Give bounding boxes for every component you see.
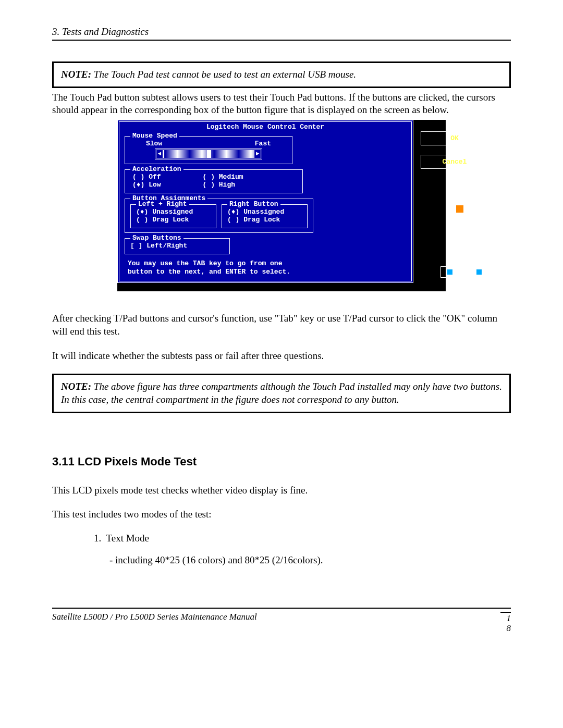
right-unassigned-radio[interactable]: (♦) Unassigned	[227, 208, 302, 216]
paragraph-3: It will indicate whether the subtests pa…	[52, 350, 511, 363]
left-right-label: Left + Right	[136, 200, 189, 208]
note-box-2: NOTE: The above figure has three compart…	[52, 374, 511, 413]
accel-medium-radio[interactable]: ( ) Medium	[203, 173, 243, 181]
right-button-indicator	[470, 266, 488, 278]
note-prefix-2: NOTE:	[61, 381, 91, 392]
mouse-speed-group: Mouse Speed Slow Fast ◄ ►	[125, 136, 292, 164]
ok-button[interactable]: OK	[421, 131, 488, 145]
note-prefix: NOTE:	[61, 69, 91, 80]
paragraph-4: This LCD pixels mode test checks whether…	[52, 484, 511, 497]
page-number: 1 8	[500, 612, 511, 633]
left-right-group: Left + Right (♦) Unassigned ( ) Drag Loc…	[130, 204, 216, 228]
note-text: The Touch Pad test cannot be used to tes…	[91, 69, 356, 80]
swap-buttons-label: Swap Buttons	[130, 234, 183, 242]
accel-low-radio[interactable]: (♦) Low	[132, 181, 161, 189]
page-number-b: 8	[500, 624, 511, 634]
footer-title: Satellite L500D / Pro L500D Series Maint…	[52, 612, 257, 622]
header-chapter: 3. Tests and Diagnostics	[52, 26, 511, 41]
acceleration-group: Acceleration ( ) Off ( ) Medium (♦) Low …	[125, 169, 303, 193]
note-box-1: NOTE: The Touch Pad test cannot be used …	[52, 61, 511, 88]
list-item-1: 1. Text Mode	[94, 533, 511, 544]
hint-line-2: button to the next, and ENTER to select.	[128, 268, 406, 276]
slider-right-arrow-icon[interactable]: ►	[253, 150, 261, 158]
right-button-label: Right Button	[227, 200, 280, 208]
speed-slider[interactable]: ◄ ►	[155, 149, 262, 159]
slider-thumb[interactable]	[207, 150, 211, 158]
page-footer: Satellite L500D / Pro L500D Series Maint…	[52, 608, 511, 633]
section-heading: 3.11 LCD Pixels Mode Test	[52, 455, 511, 468]
button-assignments-group: Button Assignments Left + Right (♦) Unas…	[125, 199, 313, 233]
swap-leftright-checkbox[interactable]: [ ] Left/Right	[130, 242, 224, 250]
slider-left-arrow-icon[interactable]: ◄	[156, 150, 164, 158]
button-indicator-boxes	[440, 266, 488, 278]
hint-text: You may use the TAB key to go from one b…	[125, 260, 406, 276]
speed-slow-label: Slow	[146, 140, 162, 147]
speed-fast-label: Fast	[255, 140, 271, 147]
paragraph-5: This test includes two modes of the test…	[52, 508, 511, 521]
console-screenshot: Logitech Mouse Control Center OK Cancel …	[117, 120, 446, 291]
cursor-demo-icon	[456, 205, 463, 213]
left-button-indicator	[440, 266, 459, 278]
mouse-speed-label: Mouse Speed	[130, 132, 179, 140]
list-text: Text Mode	[106, 533, 149, 544]
hint-line-1: You may use the TAB key to go from one	[128, 260, 406, 268]
right-draglock-radio[interactable]: ( ) Drag Lock	[227, 216, 302, 224]
swap-buttons-group: Swap Buttons [ ] Left/Right	[125, 238, 230, 254]
left-unassigned-radio[interactable]: (♦) Unassigned	[136, 208, 211, 216]
note-text-2: The above figure has three compartments …	[61, 381, 502, 405]
accel-off-radio[interactable]: ( ) Off	[132, 173, 161, 181]
paragraph-2: After checking T/Pad buttons and cursor'…	[52, 312, 511, 338]
left-draglock-radio[interactable]: ( ) Drag Lock	[136, 216, 211, 224]
page-number-a: 1	[500, 614, 511, 624]
right-button-group: Right Button (♦) Unassigned ( ) Drag Loc…	[222, 204, 308, 228]
accel-high-radio[interactable]: ( ) High	[203, 181, 235, 189]
acceleration-label: Acceleration	[130, 165, 183, 173]
list-sub-1: - including 40*25 (16 colors) and 80*25 …	[109, 554, 511, 566]
list-number: 1.	[94, 533, 101, 544]
paragraph-1: The Touch Pad button subtest allows user…	[52, 91, 511, 117]
cancel-button[interactable]: Cancel	[421, 155, 488, 169]
dialog-title: Logitech Mouse Control Center	[203, 123, 327, 131]
